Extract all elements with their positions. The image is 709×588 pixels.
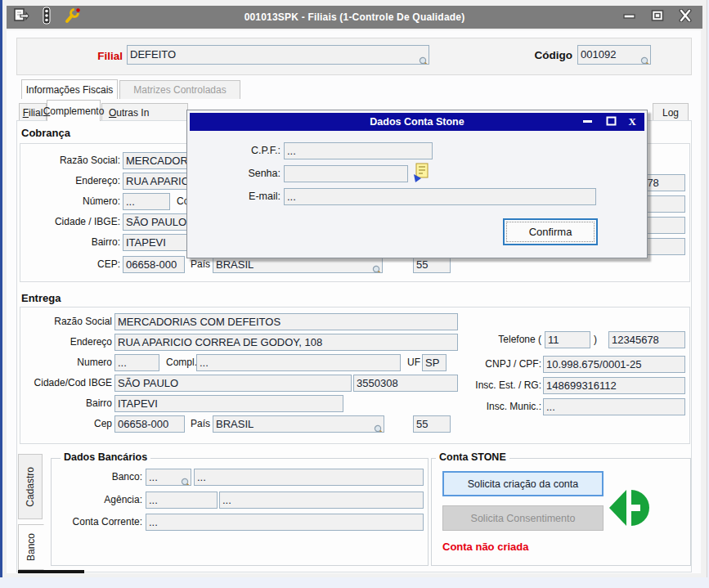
entrega-cnpj-field[interactable]: 10.998.675/0001-25 — [543, 356, 685, 373]
entrega-pais-field[interactable]: BRASIL — [213, 415, 384, 433]
entrega-telefone-field[interactable]: 12345678 — [608, 331, 685, 348]
entrega-cnpj-label: CNPJ / CPF: — [443, 358, 541, 370]
dialog-titlebar[interactable]: Dados Conta Stone X — [190, 113, 644, 131]
dialog-minimize-button[interactable] — [582, 114, 594, 129]
entrega-numero-label: Numero — [16, 357, 112, 368]
entrega-insc-munic-label: Insc. Munic.: — [443, 401, 541, 412]
tab-complemento[interactable]: Complemento — [47, 100, 101, 121]
solicita-criacao-button[interactable]: Solicita criação da conta — [442, 471, 604, 496]
entrega-title: Entrega — [21, 292, 61, 304]
codigo-label: Código — [482, 49, 572, 61]
cobranca-endereco-label: Endereço: — [25, 175, 120, 186]
entrega-ibge-field[interactable]: 3550308 — [353, 375, 458, 392]
entrega-cep-label: Cep — [16, 418, 112, 429]
entrega-razao-field[interactable]: MERCADORIAS COM DEFEITOS — [114, 313, 458, 330]
entrega-endereco-label: Endereço — [16, 336, 112, 348]
filial-field[interactable]: DEFEITO — [127, 45, 429, 65]
magnifier-icon[interactable] — [640, 56, 651, 65]
cpf-field[interactable]: ... — [284, 142, 433, 159]
tab-matrizes-controladas[interactable]: Matrizes Controladas — [119, 80, 240, 99]
tab-outras-informacoes[interactable]: Outras In — [101, 103, 188, 121]
dados-conta-stone-dialog: Dados Conta Stone X C.P.F.: ... Senha: E… — [186, 110, 648, 258]
window-title: 001013SPK - Filiais (1-Controle De Quali… — [7, 11, 702, 23]
entrega-compl-label: Compl. — [166, 357, 197, 368]
banco-nome-field[interactable]: ... — [194, 469, 424, 486]
entrega-bairro-label: Bairro — [16, 397, 112, 409]
cobranca-numero-label: Número: — [25, 195, 120, 207]
cobranca-razao-label: Razão Social: — [25, 155, 120, 166]
vtab-cadastro[interactable]: Cadastro — [18, 454, 43, 519]
entrega-cep-field[interactable]: 06658-000 — [114, 415, 185, 433]
dialog-title: Dados Conta Stone — [190, 116, 644, 128]
entrega-insc-est-field[interactable]: 148699316112 — [543, 377, 685, 394]
cobranca-pais-label: País — [191, 258, 210, 270]
entrega-telefone-paren: ) — [594, 334, 597, 345]
banco-cod-field[interactable]: ... — [146, 469, 191, 486]
confirma-button[interactable]: Confirma — [503, 218, 598, 245]
entrega-uf-label: UF — [407, 357, 420, 368]
codigo-field[interactable]: 001092 — [577, 45, 651, 65]
dialog-maximize-button[interactable] — [606, 114, 617, 129]
entrega-cidade-field[interactable]: SÃO PAULO — [114, 375, 352, 392]
email-field[interactable]: ... — [284, 188, 596, 205]
cobranca-ddi-field[interactable]: 55 — [413, 256, 451, 273]
entrega-pais-label: País — [191, 418, 210, 429]
traffic-light-icon[interactable] — [41, 7, 52, 28]
agencia-label: Agência: — [51, 494, 142, 505]
focus-rect — [506, 222, 595, 242]
magnifier-icon[interactable] — [374, 424, 384, 433]
codigo-value: 001092 — [581, 48, 616, 61]
entrega-ddd-field[interactable]: 11 — [545, 331, 590, 348]
entrega-insc-munic-field[interactable]: ... — [543, 398, 685, 415]
agencia-conta-field[interactable]: ... — [219, 491, 424, 509]
cpf-label: C.P.F.: — [212, 145, 280, 156]
agencia-field[interactable]: ... — [146, 491, 218, 509]
senha-field[interactable] — [284, 165, 408, 182]
stone-logo-icon — [609, 489, 652, 530]
tab-scroll-indicator — [18, 570, 84, 573]
entrega-bairro-field[interactable]: ITAPEVI — [114, 395, 343, 412]
maximize-button[interactable] — [650, 9, 665, 25]
cobranca-cep-label: CEP: — [25, 258, 120, 270]
cobranca-numero-field[interactable]: ... — [123, 193, 170, 210]
email-label: E-mail: — [212, 191, 280, 202]
exit-icon[interactable] — [13, 7, 29, 28]
filial-value: DEFEITO — [130, 48, 176, 61]
vtab-banco[interactable]: Banco — [18, 524, 44, 570]
entrega-ddi-field[interactable]: 55 — [413, 415, 451, 433]
cobranca-cep-field[interactable]: 06658-000 — [123, 256, 185, 273]
cobranca-pais-field[interactable]: BRASIL — [213, 256, 383, 273]
magnifier-icon[interactable] — [372, 265, 383, 273]
dados-bancarios-title: Dados Bancários — [61, 451, 150, 463]
entrega-endereco-field[interactable]: RUA APARICIO CORREA DE GODOY, 108 — [114, 334, 458, 351]
magnifier-icon[interactable] — [419, 56, 429, 65]
entrega-razao-label: Razão Social — [16, 316, 112, 327]
filial-label: Filial — [49, 50, 123, 62]
magnifier-icon[interactable] — [181, 478, 191, 486]
entrega-compl-field[interactable]: ... — [196, 354, 401, 371]
cobranca-title: Cobrança — [21, 127, 70, 139]
entrega-insc-est-label: Insc. Est. / RG: — [443, 379, 541, 391]
tab-informacoes-fiscais[interactable]: Informações Fiscais — [21, 79, 118, 99]
window-titlebar[interactable]: 001013SPK - Filiais (1-Controle De Quali… — [7, 6, 702, 29]
conta-stone-title: Conta STONE — [436, 451, 509, 463]
tab-log[interactable]: Log — [653, 103, 689, 121]
wrench-icon[interactable] — [64, 7, 82, 28]
password-note-icon[interactable] — [413, 163, 429, 186]
cobranca-bairro-label: Bairro: — [25, 236, 120, 248]
cobranca-cidade-label: Cidade / IBGE: — [25, 216, 120, 227]
close-icon[interactable] — [678, 9, 693, 25]
senha-label: Senha: — [212, 168, 280, 179]
entrega-telefone-label: Telefone ( — [443, 334, 541, 345]
minimize-button[interactable] — [622, 10, 637, 25]
entrega-numero-field[interactable]: ... — [114, 354, 159, 371]
dialog-close-icon[interactable]: X — [629, 115, 636, 128]
banco-label: Banco: — [51, 471, 142, 483]
conta-status-text: Conta não criada — [442, 541, 528, 553]
conta-corrente-label: Conta Corrente: — [51, 516, 142, 527]
entrega-cidade-label: Cidade/Cod IBGE — [16, 377, 112, 388]
solicita-consentimento-button[interactable]: Solicita Consentimento — [442, 505, 604, 531]
conta-corrente-field[interactable]: ... — [146, 514, 424, 531]
